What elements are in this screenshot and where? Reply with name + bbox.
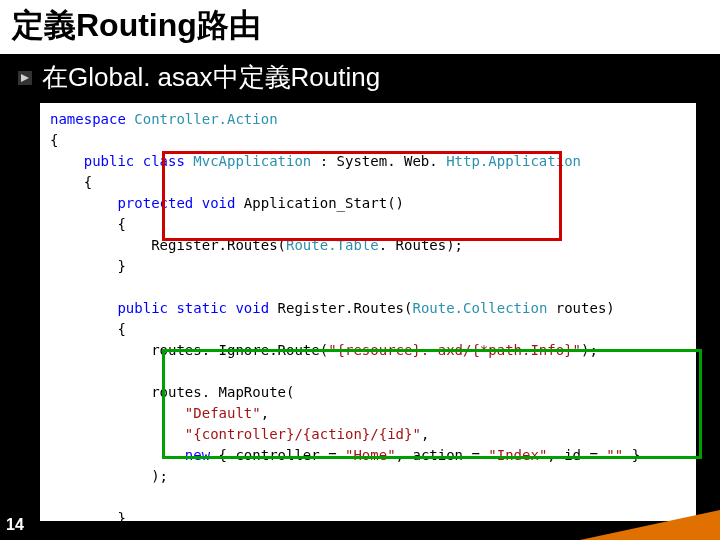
code-token: Controller.Action: [126, 111, 278, 127]
bullet-icon: [18, 71, 32, 85]
code-token: );: [581, 342, 598, 358]
code-token: , action =: [396, 447, 489, 463]
bullet-text: 在Global. asax中定義Routing: [42, 60, 380, 95]
code-token: Route.Table: [286, 237, 379, 253]
code-token: protected void: [50, 195, 235, 211]
code-token: Http.Application: [446, 153, 581, 169]
code-token: "Home": [345, 447, 396, 463]
code-token: Register.Routes(: [50, 237, 286, 253]
code-token: , id =: [547, 447, 606, 463]
code-token: {: [50, 319, 686, 340]
code-block: namespace Controller.Action { public cla…: [40, 103, 696, 521]
code-token: {: [50, 172, 686, 193]
code-token: "{controller}/{action}/{id}": [50, 426, 421, 442]
code-token: ,: [421, 426, 429, 442]
corner-decoration: [580, 510, 720, 540]
code-token: Application_Start(): [235, 195, 404, 211]
code-token: public class: [50, 153, 185, 169]
code-token: "Index": [488, 447, 547, 463]
code-token: : System. Web.: [311, 153, 446, 169]
code-token: MvcApplication: [185, 153, 311, 169]
slide-title: 定義Routing路由: [0, 0, 720, 54]
code-token: { controller =: [210, 447, 345, 463]
code-token: {: [50, 214, 686, 235]
code-token: public static void: [50, 300, 269, 316]
code-token: routes. Ignore.Route(: [50, 342, 328, 358]
code-token: namespace: [50, 111, 126, 127]
bullet-row: 在Global. asax中定義Routing: [0, 54, 720, 103]
code-token: Route.Collection: [412, 300, 547, 316]
code-token: "": [606, 447, 623, 463]
code-token: new: [50, 447, 210, 463]
code-token: "Default": [50, 405, 261, 421]
code-token: }: [623, 447, 640, 463]
code-token: "{resource}. axd/{*path.Info}": [328, 342, 581, 358]
code-token: }: [50, 256, 686, 277]
code-token: Register.Routes(: [269, 300, 412, 316]
code-token: {: [50, 130, 686, 151]
code-token: );: [50, 466, 686, 487]
code-token: ,: [261, 405, 269, 421]
code-token: . Routes);: [379, 237, 463, 253]
code-token: routes): [547, 300, 614, 316]
code-token: routes. MapRoute(: [50, 382, 686, 403]
page-number: 14: [6, 516, 24, 534]
